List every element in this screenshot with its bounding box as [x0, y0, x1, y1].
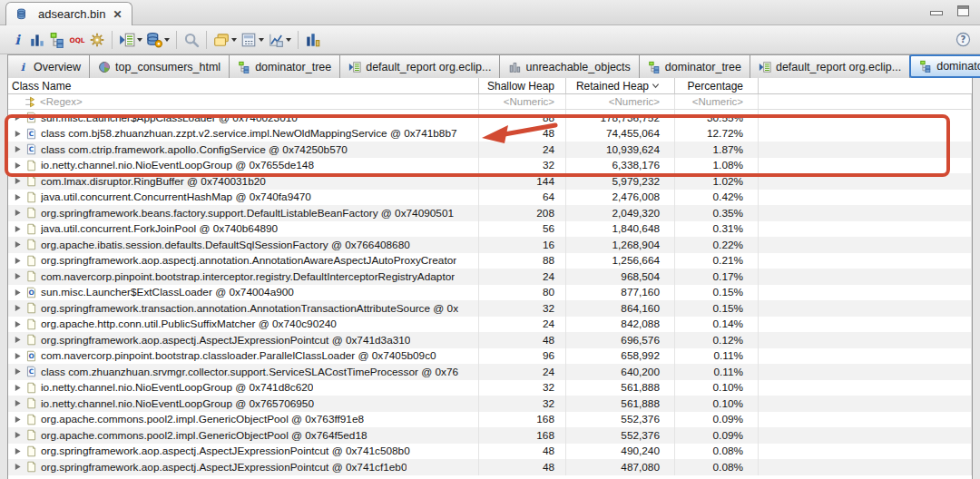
help-button[interactable]: ?: [956, 32, 971, 51]
table-row[interactable]: Cclass com.zhuanzhuan.srvmgr.collector.s…: [8, 364, 972, 380]
expand-arrow-icon[interactable]: [12, 161, 24, 170]
view-tab-dominator-tree[interactable]: dominator_tree✕: [909, 54, 980, 78]
toolbar-button-histogram[interactable]: [27, 29, 47, 51]
toolbar-button-heap-objects[interactable]: [144, 29, 172, 51]
table-row[interactable]: org.springframework.aop.aspectj.annotati…: [8, 253, 972, 269]
expand-arrow-icon[interactable]: [12, 384, 24, 392]
table-row[interactable]: org.springframework.aop.aspectj.AspectJE…: [8, 459, 972, 475]
heap-dump-icon: [15, 8, 30, 20]
expand-arrow-icon[interactable]: [12, 130, 24, 138]
row-class-name-label: org.springframework.beans.factory.suppor…: [41, 207, 454, 220]
table-row[interactable]: java.util.concurrent.ConcurrentHashMap @…: [8, 190, 972, 206]
table-row[interactable]: Osun.misc.Launcher$ExtClassLoader @ 0x74…: [8, 285, 972, 301]
expand-arrow-icon[interactable]: [12, 288, 24, 297]
column-header-retained-heap[interactable]: Retained Heap: [566, 78, 675, 93]
cell-shallow-heap: 48: [479, 126, 566, 142]
cell-retained-heap: 658,992: [566, 348, 675, 365]
toolbar-button-group-result[interactable]: [211, 29, 239, 51]
expand-arrow-icon[interactable]: [12, 447, 24, 455]
table-row[interactable]: Cclass com.ctrip.framework.apollo.Config…: [8, 142, 972, 158]
table-row[interactable]: org.springframework.transaction.annotati…: [8, 300, 972, 317]
table-row[interactable]: org.apache.commons.pool2.impl.GenericObj…: [8, 412, 972, 428]
instance-icon: [25, 239, 38, 250]
expand-arrow-icon[interactable]: [12, 399, 24, 407]
minimize-icon[interactable]: [930, 11, 943, 15]
close-icon[interactable]: ✕: [113, 8, 122, 21]
expand-arrow-icon[interactable]: [12, 240, 24, 249]
toolbar-button-search[interactable]: [181, 29, 201, 51]
table-row[interactable]: Osun.misc.Launcher$AppClassLoader @ 0x74…: [8, 110, 972, 126]
view-tab-default-report-org-eclip-[interactable]: default_report org.eclip...: [750, 55, 910, 78]
expand-arrow-icon[interactable]: [12, 177, 24, 185]
toolbar-button-calculator[interactable]: [239, 29, 266, 51]
dropdown-arrow-icon[interactable]: [164, 38, 170, 42]
cell-shallow-heap: 80: [479, 285, 566, 301]
view-tab-default-report-org-eclip-[interactable]: default_report org.eclip...: [340, 55, 500, 78]
expand-arrow-icon[interactable]: [12, 304, 24, 312]
toolbar-button-run-expert-report[interactable]: [117, 29, 144, 51]
cell-retained-heap: 490,240: [566, 444, 675, 460]
main-toolbar: iOQL: [0, 25, 980, 54]
expand-arrow-icon[interactable]: [12, 209, 24, 217]
expand-arrow-icon[interactable]: [12, 193, 24, 201]
view-tab-dominator-tree[interactable]: dominator_tree: [640, 55, 750, 78]
expand-arrow-icon[interactable]: [12, 320, 24, 328]
dropdown-arrow-icon[interactable]: [286, 38, 291, 42]
column-header-percentage[interactable]: Percentage: [675, 78, 759, 93]
toolbar-button-oql[interactable]: OQL: [67, 29, 87, 51]
view-tab-top-consumers-html[interactable]: top_consumers_html: [90, 55, 230, 78]
filter-shallow-heap[interactable]: <Numeric>: [479, 94, 566, 109]
maximize-icon[interactable]: [957, 5, 969, 16]
expand-arrow-icon[interactable]: [12, 113, 24, 122]
table-row[interactable]: io.netty.channel.nio.NioEventLoopGroup @…: [8, 158, 972, 174]
table-body: Osun.misc.Launcher$AppClassLoader @ 0x74…: [8, 110, 972, 475]
table-row[interactable]: org.springframework.aop.aspectj.AspectJE…: [8, 332, 972, 348]
view-tab-overview[interactable]: iOverview: [8, 55, 90, 78]
column-header-class-name[interactable]: Class Name: [8, 78, 479, 93]
toolbar-button-compare-histogram[interactable]: [303, 29, 323, 51]
toolbar-separator: [298, 31, 299, 49]
toolbar-button-customize-gear[interactable]: [87, 29, 107, 51]
filter-retained-heap[interactable]: <Numeric>: [566, 94, 675, 109]
dropdown-arrow-icon[interactable]: [231, 38, 237, 42]
expand-arrow-icon[interactable]: [12, 257, 24, 265]
expand-arrow-icon[interactable]: [12, 367, 24, 376]
dropdown-arrow-icon[interactable]: [137, 38, 142, 42]
cell-shallow-heap: 32: [479, 380, 566, 396]
column-header-shallow-heap[interactable]: Shallow Heap: [479, 78, 566, 93]
expand-arrow-icon[interactable]: [12, 145, 24, 153]
table-row[interactable]: org.apache.commons.pool2.impl.GenericObj…: [8, 427, 972, 444]
table-row[interactable]: Ocom.navercorp.pinpoint.bootstrap.classl…: [8, 348, 972, 365]
view-tab-unreachable-objects[interactable]: unreachable_objects: [500, 55, 639, 78]
toolbar-button-export-chart[interactable]: [266, 29, 293, 51]
expand-arrow-icon[interactable]: [12, 415, 24, 424]
group-result-icon: [213, 32, 230, 48]
table-row[interactable]: com.lmax.disruptor.RingBuffer @ 0x740031…: [8, 173, 972, 190]
editor-tab-adsearch[interactable]: adsearch.bin ✕: [5, 2, 132, 25]
table-row[interactable]: com.navercorp.pinpoint.bootstrap.interce…: [8, 269, 972, 285]
table-row[interactable]: io.netty.channel.nio.NioEventLoopGroup @…: [8, 380, 972, 396]
dropdown-arrow-icon[interactable]: [259, 38, 264, 42]
table-row[interactable]: org.springframework.beans.factory.suppor…: [8, 205, 972, 221]
view-tab-label: Overview: [34, 61, 81, 73]
toolbar-button-dominator-tree[interactable]: [47, 29, 67, 51]
expand-arrow-icon[interactable]: [12, 352, 24, 360]
table-row[interactable]: org.springframework.aop.aspectj.AspectJE…: [8, 444, 972, 460]
expand-arrow-icon[interactable]: [12, 225, 24, 233]
table-row[interactable]: Cclass com.bj58.zhuanzhuan.zzpt.v2.servi…: [8, 126, 972, 142]
filter-percentage[interactable]: <Numeric>: [675, 94, 759, 109]
expand-arrow-icon[interactable]: [12, 272, 24, 280]
expand-arrow-icon[interactable]: [12, 336, 24, 344]
view-tab-dominator-tree[interactable]: dominator_tree: [230, 55, 340, 78]
table-row[interactable]: java.util.concurrent.ForkJoinPool @ 0x74…: [8, 221, 972, 238]
cell-percentage: 0.42%: [675, 190, 759, 206]
filter-class-name[interactable]: <Regex>: [8, 94, 479, 109]
toolbar-button-info[interactable]: i: [7, 29, 27, 51]
table-row[interactable]: io.netty.channel.nio.NioEventLoopGroup @…: [8, 396, 972, 412]
expand-arrow-icon[interactable]: [12, 463, 24, 471]
cell-percentage: 0.15%: [675, 300, 759, 317]
expand-arrow-icon[interactable]: [12, 431, 24, 439]
filter-filler: [759, 94, 972, 109]
table-row[interactable]: org.apache.ibatis.session.defaults.Defau…: [8, 237, 972, 253]
table-row[interactable]: org.apache.http.conn.util.PublicSuffixMa…: [8, 317, 972, 333]
